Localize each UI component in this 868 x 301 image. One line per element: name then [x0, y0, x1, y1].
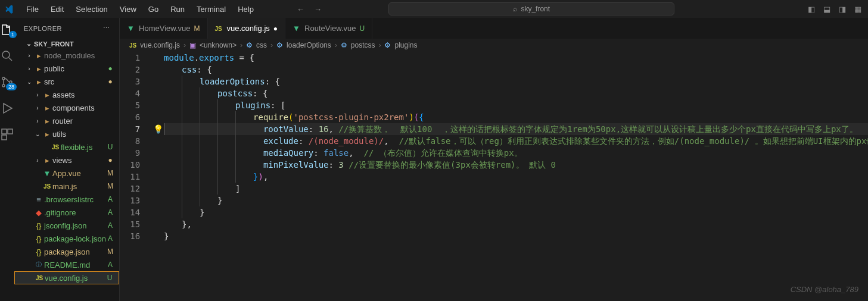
git-status: A [106, 234, 114, 243]
file-tree: ›▸node_modules›▸public●⌄▸src●›▸assets›▸c… [14, 49, 119, 301]
line-numbers: 12345678910111213141516 [120, 52, 152, 301]
git-status: M [106, 182, 114, 190]
search-activity-icon[interactable] [0, 49, 14, 63]
file-icon: ▸ [33, 64, 44, 73]
tree-item-package-lock-json[interactable]: {}package-lock.jsonA [14, 232, 119, 245]
glyph-margin: 💡 [152, 52, 164, 301]
tree-item-main-js[interactable]: JSmain.jsM [14, 180, 119, 193]
source-control-icon[interactable]: 28 [0, 75, 14, 89]
tab-status: U [360, 24, 365, 33]
git-status: A [106, 208, 114, 217]
file-icon: ⓘ [33, 261, 44, 269]
nav-forward-icon[interactable]: → [314, 5, 322, 14]
symbol-icon: ⚙ [276, 41, 283, 49]
tab-status: M [194, 24, 200, 33]
watermark: CSDN @aloha_789 [791, 285, 858, 294]
tree-item-assets[interactable]: ›▸assets [14, 88, 119, 101]
breadcrumb[interactable]: JS vue.config.js› ▣ <unknown>› ⚙ css› ⚙ … [120, 39, 868, 52]
project-title[interactable]: ⌄ SKY_FRONT [14, 39, 119, 49]
tree-item-node_modules[interactable]: ›▸node_modules [14, 49, 119, 62]
chevron-icon: › [33, 105, 42, 111]
nav-back-icon[interactable]: ← [297, 5, 304, 14]
menu-file[interactable]: File [21, 2, 43, 16]
svg-point-1 [2, 77, 5, 80]
code-line[interactable]: }), [164, 171, 868, 183]
code-line[interactable]: } [164, 195, 868, 206]
search-icon: ⌕ [513, 5, 517, 13]
code-line[interactable]: module.exports = { [164, 52, 868, 64]
chevron-icon: › [33, 92, 42, 98]
tree-item-jsconfig-json[interactable]: {}jsconfig.jsonA [14, 219, 119, 232]
tree-item-package-json[interactable]: {}package.jsonM [14, 245, 119, 258]
layout-right-icon[interactable]: ◨ [837, 5, 848, 14]
code-line[interactable]: plugins: [ [164, 99, 868, 111]
code-line[interactable]: mediaQuery: false, // （布尔值）允许在媒体查询中转换px。 [164, 147, 868, 159]
editor-area: ▼HomeView.vueMJSvue.config.js●▼RouteView… [120, 18, 868, 301]
explorer-icon[interactable]: 1 [0, 23, 14, 37]
code-line[interactable]: postcss: { [164, 87, 868, 99]
tree-item-App-vue[interactable]: ▼App.vueM [14, 167, 119, 180]
tree-item-utils[interactable]: ⌄▸utils [14, 127, 119, 140]
chevron-down-icon: ⌄ [26, 40, 32, 48]
search-placeholder: sky_front [521, 5, 550, 13]
layout-customize-icon[interactable]: ▦ [853, 5, 863, 14]
tree-item--browserslistrc[interactable]: ≡.browserslistrcA [14, 193, 119, 206]
file-icon: JS [215, 24, 223, 33]
menu-terminal[interactable]: Terminal [192, 2, 231, 16]
tree-item-flexible-js[interactable]: JSflexible.jsU [14, 140, 119, 153]
tab-RouteView-vue[interactable]: ▼RouteView.vueU [285, 18, 372, 39]
js-file-icon: JS [129, 42, 136, 49]
code-line[interactable]: }, [164, 218, 868, 230]
file-icon: ▸ [42, 104, 52, 112]
git-status: M [106, 169, 114, 177]
tree-item-components[interactable]: ›▸components [14, 101, 119, 114]
git-status: ● [106, 156, 114, 164]
code-line[interactable]: } [164, 206, 868, 218]
file-icon: ▸ [42, 90, 52, 99]
tab-HomeView-vue[interactable]: ▼HomeView.vueM [120, 18, 207, 39]
code-content[interactable]: module.exports = {css: {loaderOptions: {… [164, 52, 868, 301]
lightbulb-icon[interactable]: 💡 [153, 123, 163, 135]
menu-edit[interactable]: Edit [46, 2, 69, 16]
file-icon: ▼ [293, 24, 301, 33]
sidebar-more-icon[interactable]: ⋯ [103, 24, 110, 32]
tree-item-views[interactable]: ›▸views● [14, 153, 119, 167]
tree-item-public[interactable]: ›▸public● [14, 62, 119, 75]
explorer-badge: 1 [9, 31, 17, 38]
code-line[interactable]: require('postcss-plugin-px2rem')({ [164, 111, 868, 123]
tree-item-README-md[interactable]: ⓘREADME.mdA [14, 258, 119, 271]
code-line[interactable]: css: { [164, 64, 868, 76]
menu-go[interactable]: Go [144, 2, 163, 16]
extensions-icon[interactable] [0, 127, 14, 142]
git-status: A [106, 195, 114, 203]
tree-item-vue-config-js[interactable]: JSvue.config.jsU [14, 271, 119, 284]
code-line[interactable]: exclude: /(node_module)/, //默认false，可以（r… [164, 135, 868, 147]
tree-item--gitignore[interactable]: ◆.gitignoreA [14, 206, 119, 219]
svg-point-2 [2, 84, 5, 87]
code-line[interactable]: } [164, 230, 868, 242]
menu-run[interactable]: Run [166, 2, 189, 16]
code-editor[interactable]: 12345678910111213141516 💡 module.exports… [120, 52, 868, 301]
command-center[interactable]: ⌕ sky_front [388, 2, 674, 15]
code-line[interactable]: rootValue: 16, //换算基数， 默认100 ，这样的话把根标签的字… [164, 123, 868, 135]
tree-item-router[interactable]: ›▸router [14, 114, 119, 127]
file-icon: JS [50, 144, 61, 150]
symbol-icon: ⚙ [341, 41, 347, 49]
file-icon: {} [33, 221, 44, 230]
menu-help[interactable]: Help [233, 2, 259, 16]
layout-left-icon[interactable]: ◧ [806, 5, 817, 14]
tab-vue-config-js[interactable]: JSvue.config.js● [208, 18, 286, 39]
code-line[interactable]: minPixelValue: 3 //设置要替换的最小像素值(3px会被转rem… [164, 159, 868, 171]
file-icon: ▸ [42, 156, 52, 165]
tree-item-src[interactable]: ⌄▸src● [14, 75, 119, 88]
code-line[interactable]: ] [164, 183, 868, 195]
layout-bottom-icon[interactable]: ⬓ [822, 5, 832, 14]
run-debug-icon[interactable] [0, 101, 14, 115]
file-icon: ▼ [127, 24, 135, 33]
code-line[interactable]: loaderOptions: { [164, 76, 868, 87]
file-icon: ≡ [33, 195, 44, 204]
git-status: ● [106, 64, 114, 73]
menu-view[interactable]: View [115, 2, 141, 16]
svg-point-0 [2, 51, 10, 58]
menu-selection[interactable]: Selection [71, 2, 112, 16]
